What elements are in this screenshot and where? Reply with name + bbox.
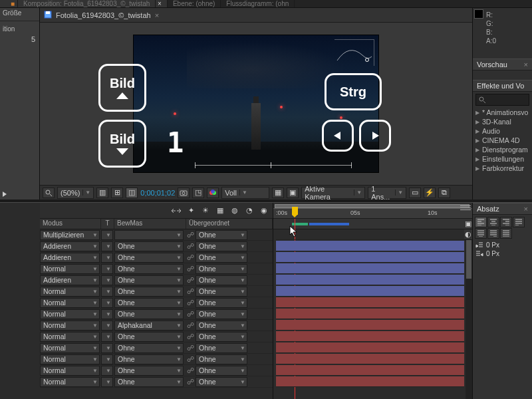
blend-mode-combo[interactable]: Normal▼: [40, 343, 100, 353]
parent-combo[interactable]: Ohne▼: [196, 309, 247, 319]
layer-row[interactable]: Normal▼▼Ohne▼☍Ohne▼: [40, 342, 273, 354]
layer-bar[interactable]: [276, 297, 464, 308]
parent-pickwhip-icon[interactable]: ☍: [185, 265, 196, 273]
justify-last-right-icon[interactable]: [487, 228, 499, 239]
col-bewmas[interactable]: BewMas: [114, 219, 186, 229]
pixel-aspect-icon[interactable]: ▭: [409, 188, 421, 198]
layer-bar[interactable]: [276, 365, 464, 376]
parent-pickwhip-icon[interactable]: ☍: [185, 321, 196, 330]
parent-combo[interactable]: Ohne▼: [196, 354, 247, 364]
blend-mode-combo[interactable]: Multiplizieren▼: [40, 230, 100, 240]
parent-pickwhip-icon[interactable]: ☍: [185, 366, 196, 375]
effects-list[interactable]: ▶* Animationsvo▶3D-Kanal▶Audio▶CINEMA 4D…: [473, 108, 532, 200]
layer-bar[interactable]: [276, 263, 464, 274]
t-toggle[interactable]: ▼: [101, 332, 113, 342]
channel-icon[interactable]: [207, 188, 219, 198]
parent-pickwhip-icon[interactable]: ☍: [185, 310, 196, 319]
layer-row[interactable]: Normal▼▼Alphakanal▼☍Ohne▼: [40, 320, 273, 331]
region-icon[interactable]: ◳: [192, 188, 204, 198]
vorschau-header[interactable]: Vorschau×: [473, 59, 532, 70]
align-right-icon[interactable]: [500, 217, 512, 227]
sun-icon[interactable]: ☀: [200, 205, 211, 217]
blend-mode-combo[interactable]: Addieren▼: [40, 241, 100, 251]
layer-bar[interactable]: [276, 275, 464, 285]
t-toggle[interactable]: ▼: [101, 241, 113, 251]
blur-icon[interactable]: ◍: [229, 205, 241, 217]
composition-viewer[interactable]: 1 Bild Bild Strg: [40, 23, 472, 185]
t-toggle[interactable]: ▼: [101, 253, 113, 263]
layer-row[interactable]: Normal▼▼Ohne▼☍Ohne▼: [40, 354, 273, 365]
t-toggle[interactable]: ▼: [101, 321, 113, 331]
parent-pickwhip-icon[interactable]: ☍: [185, 344, 196, 352]
layer-bar[interactable]: [276, 241, 464, 251]
parent-combo[interactable]: Ohne▼: [196, 253, 247, 263]
layer-bar[interactable]: [276, 342, 464, 353]
fx-category[interactable]: ▶Audio: [473, 126, 532, 136]
layer-bar[interactable]: [276, 376, 464, 387]
blend-mode-combo[interactable]: Normal▼: [40, 287, 100, 297]
t-toggle[interactable]: ▼: [101, 377, 113, 387]
t-toggle[interactable]: ▼: [101, 287, 113, 297]
t-toggle[interactable]: ▼: [101, 298, 113, 308]
blend-mode-combo[interactable]: Normal▼: [40, 264, 100, 274]
parent-pickwhip-icon[interactable]: ☍: [185, 355, 196, 364]
snapshot-icon[interactable]: [178, 188, 190, 198]
parent-combo[interactable]: Ohne▼: [196, 264, 247, 274]
fx-category[interactable]: ▶Farbkorrektur: [473, 164, 532, 173]
blend-mode-combo[interactable]: Normal▼: [40, 298, 100, 308]
absatz-header[interactable]: Absatz×: [473, 203, 532, 215]
justify-last-left-icon[interactable]: [513, 217, 525, 227]
blend-mode-combo[interactable]: Normal▼: [40, 366, 100, 376]
fx-category[interactable]: ▶3D-Kanal: [473, 117, 532, 126]
indent-left[interactable]: 0 Px: [473, 241, 532, 249]
prop-value[interactable]: 5: [0, 34, 39, 45]
fx-category[interactable]: ▶* Animationsvo: [473, 108, 532, 117]
parent-combo[interactable]: Ohne▼: [196, 230, 247, 240]
zoom-combo[interactable]: (50%)▼: [57, 187, 94, 199]
time-ruler[interactable]: :00s 05s 10s: [273, 203, 472, 219]
timeline-icon[interactable]: ⧉: [438, 188, 450, 198]
trkmat-combo[interactable]: Ohne▼: [114, 366, 184, 376]
align-center-icon[interactable]: [487, 217, 499, 227]
blend-mode-combo[interactable]: Addieren▼: [40, 275, 100, 285]
camera-combo[interactable]: Aktive Kamera▼: [301, 187, 365, 199]
tab-ebene[interactable]: Ebene: (ohne): [168, 0, 221, 7]
layer-bar[interactable]: [276, 286, 464, 297]
parent-combo[interactable]: Ohne▼: [196, 275, 247, 285]
layer-row[interactable]: Normal▼▼Ohne▼☍Ohne▼: [40, 376, 273, 388]
layer-row[interactable]: Normal▼▼Ohne▼☍Ohne▼: [40, 263, 273, 275]
layer-bar[interactable]: [276, 320, 464, 331]
comp-close[interactable]: ×: [155, 11, 159, 19]
justify-last-center-icon[interactable]: [475, 228, 487, 239]
checker-icon[interactable]: ▦: [214, 205, 226, 217]
blend-mode-combo[interactable]: Addieren▼: [40, 253, 100, 263]
expand-toggle[interactable]: [3, 192, 37, 197]
layer-bar[interactable]: [276, 252, 464, 263]
indent-right[interactable]: 0 Px: [473, 249, 532, 258]
sparkle-icon[interactable]: ✦: [185, 205, 197, 217]
col-parent[interactable]: Übergeordnet: [186, 219, 273, 229]
trkmat-combo[interactable]: Alphakanal▼: [114, 321, 184, 331]
trkmat-combo[interactable]: Ohne▼: [114, 332, 184, 342]
parent-combo[interactable]: Ohne▼: [196, 298, 247, 308]
layer-bar[interactable]: [276, 309, 464, 319]
layer-row[interactable]: Normal▼▼Ohne▼☍Ohne▼: [40, 286, 273, 297]
res-combo[interactable]: Voll▼: [221, 187, 269, 199]
toggle-guides-icon[interactable]: ▣: [287, 188, 299, 198]
toggle-transparency-icon[interactable]: ▦: [272, 188, 284, 198]
trkmat-combo[interactable]: Ohne▼: [114, 354, 184, 364]
justify-all-icon[interactable]: [500, 228, 512, 239]
parent-combo[interactable]: Ohne▼: [196, 377, 247, 387]
trkmat-combo[interactable]: Ohne▼: [114, 377, 184, 387]
t-toggle[interactable]: ▼: [101, 309, 113, 319]
layer-row[interactable]: Normal▼▼Ohne▼☍Ohne▼: [40, 331, 273, 342]
blend-mode-combo[interactable]: Normal▼: [40, 309, 100, 319]
save-icon[interactable]: [44, 11, 53, 20]
magnify-icon[interactable]: [43, 188, 55, 198]
layer-bar[interactable]: [276, 354, 464, 364]
parent-pickwhip-icon[interactable]: ☍: [185, 253, 196, 262]
trkmat-combo[interactable]: ▼: [114, 230, 184, 240]
tab-fluss[interactable]: Flussdiagramm: (ohn: [221, 0, 295, 7]
fast-preview-icon[interactable]: ⚡: [424, 188, 436, 198]
trkmat-combo[interactable]: Ohne▼: [114, 287, 184, 297]
